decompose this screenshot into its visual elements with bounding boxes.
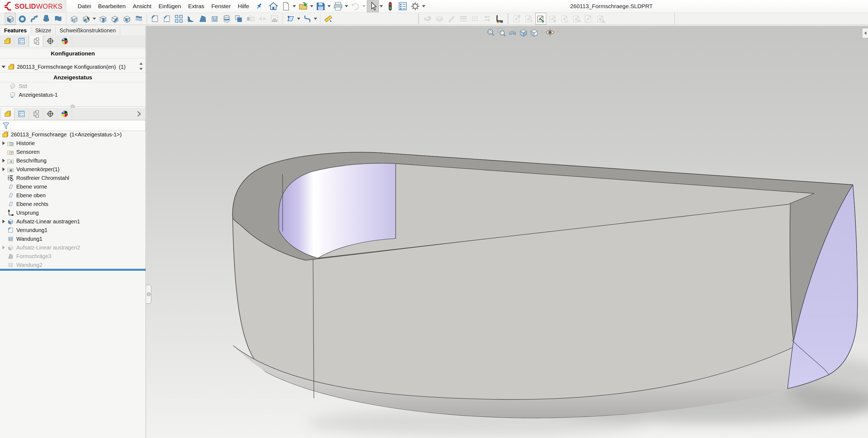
tree-item-rostfreierchromstahl[interactable]: Rostfreier Chromstahl [0, 174, 146, 182]
zoom-fit-icon[interactable] [485, 27, 496, 38]
panel-collapse-handle[interactable] [146, 285, 151, 304]
menu-datei[interactable]: Datei [74, 0, 95, 12]
intersect-icon[interactable] [233, 13, 244, 25]
expand-arrow-icon[interactable] [0, 141, 7, 145]
expand-arrow-icon[interactable] [0, 159, 7, 162]
menu-einfgen[interactable]: Einfügen [155, 0, 185, 12]
tree-item-aufsatzlinearaustragen2[interactable]: Aufsatz-Linear austragen2 [0, 243, 146, 252]
configurationmanager-tab[interactable] [29, 108, 43, 120]
hide-show-items-dropdown-icon[interactable] [556, 31, 560, 33]
annotation-insert-icon[interactable]: A [535, 13, 546, 25]
menu-fenster[interactable]: Fenster [208, 0, 234, 12]
reference-geometry-icon[interactable] [285, 13, 296, 25]
wrap-icon[interactable] [221, 13, 232, 25]
tab-schweikonstruktionen[interactable]: Schweißkonstruktionen [56, 26, 120, 35]
featuremanager-tab[interactable] [0, 35, 14, 47]
featuremanager-tab[interactable] [0, 108, 14, 120]
expand-arrow-icon[interactable] [0, 220, 7, 223]
tree-item-volumenkrper1[interactable]: Volumenkörper(1) [0, 165, 146, 174]
home-button[interactable] [268, 0, 279, 12]
pin-icon[interactable] [254, 2, 264, 11]
dimension-helper-icon[interactable] [257, 13, 268, 25]
tree-item-ebenerechts[interactable]: Ebene rechts [0, 200, 146, 209]
linear-pattern-icon[interactable] [174, 13, 184, 25]
open-button[interactable] [297, 0, 309, 12]
extruded-cut-icon[interactable] [69, 13, 80, 25]
configuration-spinner[interactable] [137, 61, 145, 73]
propertymanager-tab[interactable] [14, 108, 29, 120]
panel-splitter[interactable] [0, 106, 146, 107]
annotation-options-icon[interactable]: A [595, 13, 606, 25]
reference-geometry-dropdown-icon[interactable] [297, 18, 300, 20]
tree-item-aufsatzlinearaustragen1[interactable]: Aufsatz-Linear austragen1 [0, 217, 146, 226]
display-style-dropdown-icon[interactable] [540, 31, 544, 33]
view-orientation-icon[interactable] [518, 27, 529, 38]
dimxpertmanager-tab[interactable] [43, 35, 58, 47]
fillet-icon[interactable] [150, 13, 160, 25]
display-state-row[interactable]: Std [0, 82, 146, 91]
undo-dropdown-icon[interactable] [362, 5, 366, 7]
print-button[interactable] [332, 0, 344, 12]
section-view-icon[interactable] [507, 27, 518, 38]
tree-item-wandung2[interactable]: Wandung2 [0, 260, 146, 269]
extruded-boss-icon[interactable] [5, 13, 16, 25]
select-cursor-button[interactable] [367, 0, 379, 12]
hidden-lines-icon[interactable] [470, 13, 481, 25]
lofted-boss-icon[interactable] [41, 13, 52, 25]
tree-item-wandung1[interactable]: Wandung1 [0, 234, 146, 243]
tree-item-formschrge3[interactable]: Formschräge3 [0, 252, 146, 260]
annotation-toggle-icon[interactable]: A [559, 13, 570, 25]
expand-arrow-icon[interactable] [0, 246, 7, 249]
instant3d-icon[interactable] [323, 13, 334, 25]
print-dropdown-icon[interactable] [345, 5, 348, 7]
performance-status-button[interactable] [384, 0, 396, 12]
display-state-row[interactable]: Anzeigestatus-1 [0, 91, 146, 99]
task-pane-tab[interactable] [862, 28, 868, 38]
boundary-cut-icon[interactable] [133, 13, 144, 25]
options-dropdown-icon[interactable] [422, 5, 425, 7]
swept-cut-icon[interactable] [110, 13, 120, 25]
select-cursor-dropdown-icon[interactable] [380, 5, 383, 7]
display-style-icon[interactable] [529, 27, 540, 38]
tree-item-ebenevorne[interactable]: Ebene vorne [0, 182, 146, 191]
hole-wizard-icon[interactable] [81, 13, 92, 25]
graphics-viewport[interactable] [146, 26, 868, 438]
options-button[interactable] [409, 0, 421, 12]
annotation-add-icon[interactable]: A [547, 13, 558, 25]
dimension-standard-icon[interactable] [494, 13, 505, 25]
annotation-print-icon[interactable]: A [571, 13, 582, 25]
document-properties-button[interactable] [397, 0, 409, 12]
save-button[interactable] [315, 0, 327, 12]
edit-appearance-icon[interactable] [446, 13, 457, 25]
menu-ansicht[interactable]: Ansicht [129, 0, 155, 12]
menu-extras[interactable]: Extras [185, 0, 208, 12]
zoom-area-icon[interactable] [496, 27, 507, 38]
tree-item-beschriftung[interactable]: A Beschriftung [0, 156, 146, 165]
draft-icon[interactable] [197, 13, 208, 25]
menu-hilfe[interactable]: Hilfe [234, 0, 253, 12]
new-document-dropdown-icon[interactable] [293, 5, 296, 7]
save-dropdown-icon[interactable] [328, 5, 331, 7]
expand-arrow-icon[interactable] [0, 167, 7, 171]
undo-button[interactable] [349, 0, 362, 12]
tree-item-sensoren[interactable]: Sensoren [0, 148, 146, 156]
new-document-button[interactable] [280, 0, 292, 12]
configurationmanager-tab[interactable] [29, 35, 43, 47]
tree-item-verrundung1[interactable]: Verrundung1 [0, 226, 146, 234]
rib-icon[interactable] [185, 13, 196, 25]
shell-icon[interactable] [209, 13, 220, 25]
tree-item-historie[interactable]: Historie [0, 139, 146, 148]
appearance-layers-icon[interactable] [434, 13, 445, 25]
open-dropdown-icon[interactable] [310, 5, 313, 7]
tree-filter-bar[interactable] [0, 120, 146, 131]
feature-tree-root[interactable]: 260113_Formschraege (1<Anzeigestatus-1>) [0, 130, 146, 139]
curves-icon[interactable] [302, 13, 313, 25]
expand-panel-chevron-icon[interactable] [135, 110, 143, 118]
displaymanager-tab[interactable] [58, 108, 72, 120]
swept-boss-icon[interactable] [29, 13, 40, 25]
curves-dropdown-icon[interactable] [314, 18, 317, 20]
mirror-icon[interactable] [245, 13, 256, 25]
collapse-arrow-icon[interactable] [0, 66, 7, 68]
tab-features[interactable]: Features [0, 26, 31, 35]
annotation-auto-icon[interactable]: A [512, 13, 522, 25]
